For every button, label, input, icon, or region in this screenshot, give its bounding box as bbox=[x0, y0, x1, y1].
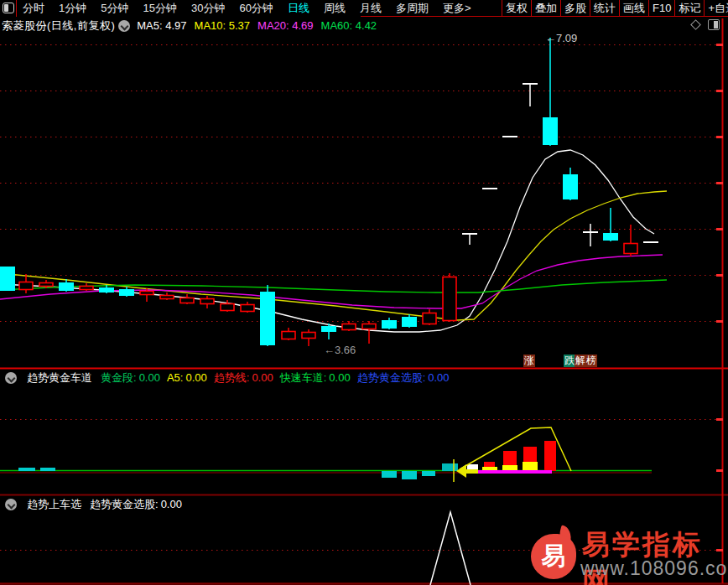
stock-info-bar: 索菱股份(日线,前复权) MA5: 4.97 MA10: 5.37 MA20: … bbox=[0, 17, 728, 34]
button-fuquan[interactable]: 复权 bbox=[502, 0, 531, 17]
candle-up bbox=[180, 298, 194, 303]
chevron-down-icon[interactable] bbox=[118, 20, 130, 32]
indicator-bar bbox=[382, 471, 397, 478]
signal-triangle bbox=[430, 512, 471, 585]
tab-multi-period[interactable]: 多周期 bbox=[396, 1, 429, 16]
site-logo: 易 bbox=[531, 526, 580, 579]
field-xuangu: 趋势黄金选股:0.00 bbox=[357, 370, 450, 386]
period-menu: 分时 1分钟 5分钟 15分钟 30分钟 60分钟 日线 周线 月线 多周期 更… bbox=[23, 0, 471, 17]
field-huangjinduan: 黄金段:0.00 bbox=[101, 370, 160, 386]
indicator-bar bbox=[503, 451, 517, 465]
button-f10[interactable]: F10 bbox=[648, 0, 674, 17]
candle-down bbox=[563, 174, 578, 199]
tab-15min[interactable]: 15分钟 bbox=[143, 1, 176, 16]
watermark-url: www.108096.com bbox=[580, 557, 728, 580]
indicator-bar bbox=[544, 441, 556, 471]
tab-fenshi[interactable]: 分时 bbox=[23, 1, 44, 16]
panel-toggle-icon[interactable] bbox=[3, 3, 14, 13]
indicator-bar bbox=[484, 462, 495, 467]
ma-line-ma20 bbox=[0, 255, 663, 308]
field-a5: A5:0.00 bbox=[167, 371, 207, 384]
toolbar-divider bbox=[16, 0, 17, 17]
indicator1-header: 趋势黄金车道 黄金段:0.00 A5:0.00 趋势线:0.00 快速车道:0.… bbox=[2, 370, 450, 385]
ma5-value: MA5: 4.97 bbox=[137, 19, 186, 32]
tag-die[interactable]: 跌 bbox=[564, 355, 575, 367]
candle-up bbox=[19, 282, 33, 290]
candle-down bbox=[99, 287, 114, 292]
button-huaxian[interactable]: 画线 bbox=[619, 0, 648, 17]
indicator-bar bbox=[467, 464, 478, 470]
indicator2-title[interactable]: 趋势上车选 bbox=[27, 497, 81, 512]
tab-weekly[interactable]: 周线 bbox=[324, 1, 346, 16]
indicator-bar bbox=[422, 471, 435, 476]
collapse-icon[interactable] bbox=[5, 499, 17, 510]
field-qushixian: 趋势线:0.00 bbox=[214, 370, 273, 386]
ma-values: MA5: 4.97 MA10: 5.37 MA20: 4.69 MA60: 4.… bbox=[137, 19, 377, 32]
candle-down bbox=[0, 267, 15, 291]
candle-up bbox=[423, 313, 436, 324]
indicator-bar bbox=[523, 462, 538, 471]
field-kuaisuchedao: 快速车道:0.00 bbox=[280, 370, 351, 386]
candle-up bbox=[624, 244, 637, 254]
tab-monthly[interactable]: 月线 bbox=[360, 1, 382, 16]
tag-bang[interactable]: 榜 bbox=[585, 355, 597, 367]
ma60-value: MA60: 4.42 bbox=[321, 19, 377, 32]
diamond-icon[interactable] bbox=[690, 19, 701, 30]
tab-daily[interactable]: 日线 bbox=[288, 1, 309, 16]
indicator-bar bbox=[442, 463, 458, 471]
candle-down bbox=[59, 282, 74, 291]
candle-up bbox=[362, 324, 376, 329]
ma20-value: MA20: 4.69 bbox=[257, 19, 314, 32]
indicator-bar bbox=[502, 465, 517, 471]
indicator1-title[interactable]: 趋势黄金车道 bbox=[27, 370, 92, 386]
candle-up bbox=[80, 287, 93, 290]
tag-zhang[interactable]: 涨 bbox=[523, 355, 535, 367]
app-window: 分时 1分钟 5分钟 15分钟 30分钟 60分钟 日线 周线 月线 多周期 更… bbox=[0, 0, 728, 585]
indicator-bar bbox=[18, 468, 35, 471]
tag-jie[interactable]: 解 bbox=[575, 355, 586, 367]
candle-down bbox=[321, 326, 336, 332]
candle-down bbox=[402, 317, 417, 327]
right-button-group: 复权 叠加 多股 统计 画线 F10 标记 +自选 bbox=[502, 0, 728, 17]
period-toolbar: 分时 1分钟 5分钟 15分钟 30分钟 60分钟 日线 周线 月线 多周期 更… bbox=[0, 0, 728, 17]
magenta-strip bbox=[474, 470, 552, 474]
candle-up bbox=[160, 296, 174, 299]
button-biaoji[interactable]: 标记 bbox=[674, 0, 704, 17]
candle-down bbox=[382, 320, 397, 329]
field-xuangu2: 趋势黄金选股:0.00 bbox=[90, 497, 182, 512]
collapse-icon[interactable] bbox=[5, 372, 17, 384]
split-panel-icon[interactable] bbox=[708, 19, 720, 30]
button-diejia[interactable]: 叠加 bbox=[531, 0, 560, 17]
candle-up bbox=[302, 333, 315, 339]
indicator-bar bbox=[40, 468, 55, 471]
candle-up bbox=[241, 305, 254, 312]
indicator-bar bbox=[402, 471, 417, 479]
stock-title: 索菱股份(日线,前复权) bbox=[2, 18, 115, 34]
indicator-bar bbox=[523, 447, 537, 462]
candle-down bbox=[543, 117, 558, 145]
candle-up bbox=[39, 283, 53, 287]
tab-5min[interactable]: 5分钟 bbox=[101, 1, 128, 16]
candle-down bbox=[119, 289, 134, 296]
low-price-label: ←3.66 bbox=[324, 344, 356, 356]
buy-marker bbox=[466, 469, 478, 474]
window-controls bbox=[692, 19, 720, 30]
ma10-value: MA10: 5.37 bbox=[195, 19, 251, 32]
tab-more[interactable]: 更多> bbox=[443, 1, 471, 16]
tab-30min[interactable]: 30分钟 bbox=[191, 1, 225, 16]
ma-line-ma10 bbox=[0, 191, 667, 320]
candle-down bbox=[603, 233, 618, 241]
candle-up bbox=[200, 299, 214, 304]
candle-up bbox=[342, 324, 356, 330]
candle-down bbox=[260, 292, 275, 345]
candle-up bbox=[443, 277, 456, 321]
tab-60min[interactable]: 60分钟 bbox=[239, 1, 273, 16]
button-tongji[interactable]: 统计 bbox=[590, 0, 619, 17]
indicator2-header: 趋势上车选 趋势黄金选股:0.00 bbox=[2, 497, 182, 511]
button-duogu[interactable]: 多股 bbox=[560, 0, 590, 17]
candle-up bbox=[221, 304, 234, 311]
tab-1min[interactable]: 1分钟 bbox=[59, 1, 86, 16]
button-add-watchlist[interactable]: +自选 bbox=[704, 0, 728, 17]
candle-up bbox=[140, 292, 153, 295]
candle-up bbox=[282, 332, 295, 339]
